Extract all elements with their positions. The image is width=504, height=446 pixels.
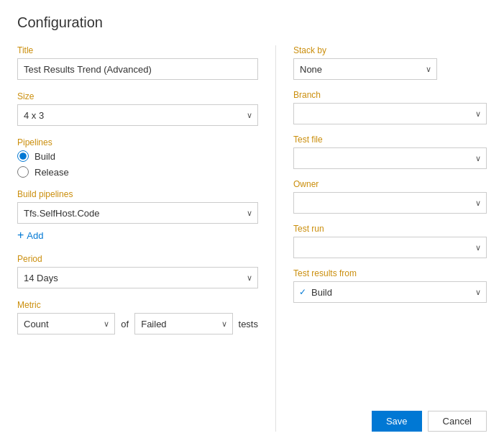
stack-by-field-group: Stack by None Build Branch ∨ (293, 45, 487, 80)
radio-build-label: Build (35, 151, 55, 162)
stack-by-select-wrapper: None Build Branch ∨ (293, 58, 437, 80)
plus-icon: + (17, 229, 24, 241)
test-run-select-wrapper: ∨ (293, 237, 487, 258)
metric-label: Metric (17, 300, 258, 310)
test-results-from-field-group: Test results from ✓ Build Release ∨ (293, 268, 487, 303)
test-results-from-select[interactable]: Build Release (293, 281, 487, 303)
radio-build-item[interactable]: Build (17, 150, 258, 162)
owner-select[interactable] (293, 192, 487, 214)
owner-select-wrapper: ∨ (293, 192, 487, 214)
radio-build[interactable] (17, 150, 29, 162)
test-results-from-select-wrapper: ✓ Build Release ∨ (293, 281, 487, 303)
branch-select-wrapper: ∨ (293, 103, 487, 124)
radio-release[interactable] (17, 166, 29, 178)
test-run-select[interactable] (293, 237, 487, 258)
action-row: Save Cancel (293, 404, 487, 432)
owner-field-group: Owner ∨ (293, 179, 487, 214)
radio-release-label: Release (35, 167, 69, 178)
metric-failed-select[interactable]: Failed Passed All (134, 313, 232, 334)
pipelines-label: Pipelines (17, 137, 258, 147)
right-fields: Stack by None Build Branch ∨ Branch (293, 45, 487, 404)
build-pipelines-select-wrapper: Tfs.SelfHost.Code ∨ (17, 202, 258, 224)
stack-by-select[interactable]: None Build Branch (293, 58, 437, 80)
page-title: Configuration (17, 14, 487, 31)
cancel-button[interactable]: Cancel (428, 411, 487, 432)
save-button[interactable]: Save (372, 411, 422, 432)
title-label: Title (17, 45, 258, 55)
metric-failed-select-wrapper: Failed Passed All ∨ (134, 313, 232, 334)
metric-count-select[interactable]: Count Rate Total (17, 313, 115, 334)
test-file-field-group: Test file ∨ (293, 135, 487, 169)
test-file-select-wrapper: ∨ (293, 147, 487, 169)
add-label: Add (27, 230, 43, 241)
size-field-group: Size 4 x 3 2 x 2 4 x 4 ∨ (17, 91, 258, 126)
size-select[interactable]: 4 x 3 2 x 2 4 x 4 (17, 104, 258, 126)
period-field-group: Period 14 Days 7 Days 30 Days ∨ (17, 254, 258, 288)
title-field-group: Title (17, 45, 258, 80)
period-select-wrapper: 14 Days 7 Days 30 Days ∨ (17, 267, 258, 288)
metric-tests-text: tests (239, 319, 258, 329)
metric-of-text: of (121, 319, 129, 329)
radio-release-item[interactable]: Release (17, 166, 258, 178)
pipelines-field-group: Pipelines Build Release (17, 137, 258, 178)
stack-by-label: Stack by (293, 45, 487, 55)
size-label: Size (17, 91, 258, 101)
size-select-wrapper: 4 x 3 2 x 2 4 x 4 ∨ (17, 104, 258, 126)
build-pipelines-label: Build pipelines (17, 189, 258, 199)
metric-row: Count Rate Total ∨ of Failed Passed All (17, 313, 258, 334)
branch-select[interactable] (293, 103, 487, 124)
test-run-label: Test run (293, 224, 487, 234)
branch-label: Branch (293, 90, 487, 100)
metric-field-group: Metric Count Rate Total ∨ of Failed (17, 300, 258, 334)
period-label: Period (17, 254, 258, 264)
test-results-from-label: Test results from (293, 268, 487, 278)
period-select[interactable]: 14 Days 7 Days 30 Days (17, 267, 258, 288)
test-run-field-group: Test run ∨ (293, 224, 487, 258)
owner-label: Owner (293, 179, 487, 189)
test-file-label: Test file (293, 135, 487, 145)
metric-count-select-wrapper: Count Rate Total ∨ (17, 313, 115, 334)
branch-field-group: Branch ∨ (293, 90, 487, 124)
add-button[interactable]: + Add (17, 228, 43, 242)
pipelines-radio-group: Build Release (17, 150, 258, 178)
build-pipelines-select[interactable]: Tfs.SelfHost.Code (17, 202, 258, 224)
test-file-select[interactable] (293, 147, 487, 169)
build-pipelines-field-group: Build pipelines Tfs.SelfHost.Code ∨ + Ad… (17, 189, 258, 242)
title-input[interactable] (17, 58, 258, 80)
